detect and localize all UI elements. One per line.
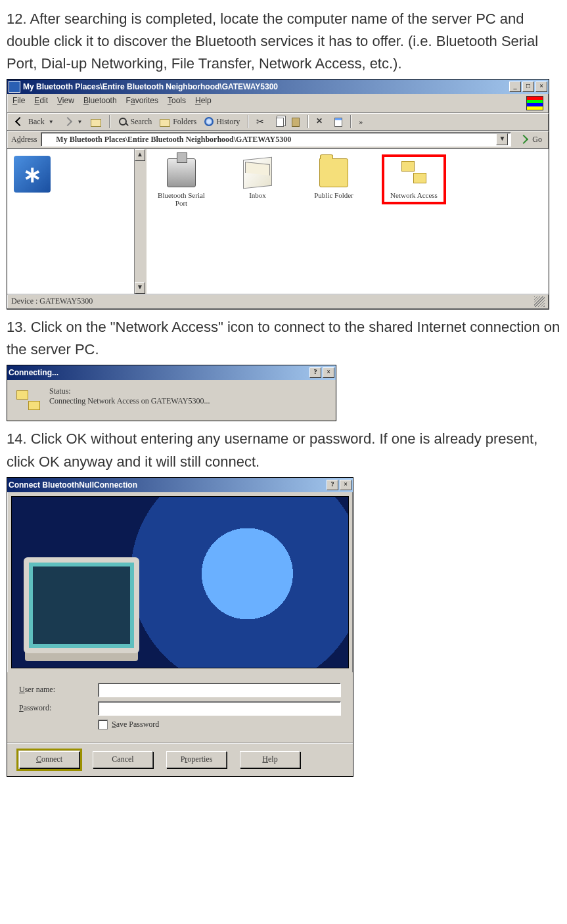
back-icon [15, 117, 24, 126]
scroll-up-button[interactable]: ▲ [135, 149, 145, 161]
minimize-button[interactable]: _ [509, 81, 521, 92]
paste-button[interactable] [289, 115, 302, 128]
menu-favorites[interactable]: Favorites [126, 96, 158, 110]
network-access-icon [400, 160, 428, 187]
item-network-access[interactable]: Network Access [382, 154, 446, 204]
up-button[interactable] [88, 116, 104, 128]
icon-area[interactable]: Bluetooth Serial Port Inbox Public Folde… [147, 149, 549, 294]
help-button[interactable]: ? [309, 367, 321, 378]
address-text: My Bluetooth Places\Entire Bluetooth Nei… [56, 135, 291, 145]
close-button[interactable]: × [323, 367, 334, 378]
menu-file[interactable]: File [12, 96, 25, 110]
history-icon [204, 117, 214, 126]
username-label: User name: [19, 685, 98, 695]
item-label: Bluetooth Serial Port [153, 191, 210, 207]
password-label: Password: [19, 703, 98, 713]
toolbar: Back▼ ▼ Search Folders History » [7, 113, 549, 131]
paste-icon [292, 118, 300, 127]
close-button[interactable]: × [340, 480, 352, 490]
menu-bluetooth[interactable]: Bluetooth [83, 96, 117, 110]
explorer-window: My Bluetooth Places\Entire Bluetooth Nei… [7, 79, 549, 310]
address-dropdown[interactable]: ▼ [496, 133, 508, 145]
connect-title: Connect BluetoothNullConnection [9, 480, 137, 490]
cut-button[interactable] [254, 115, 269, 128]
item-inbox[interactable]: Inbox [229, 158, 286, 199]
address-input[interactable]: My Bluetooth Places\Entire Bluetooth Nei… [41, 132, 511, 147]
menu-help[interactable]: Help [195, 96, 212, 110]
resize-grip[interactable] [534, 296, 545, 307]
instruction-step-14: 14. Click OK without entering any userna… [7, 428, 560, 473]
folder-icon [319, 158, 348, 187]
properties-icon [334, 118, 342, 127]
cancel-button[interactable]: Cancel [93, 751, 153, 768]
left-scrollbar[interactable]: ▲ ▼ [134, 149, 145, 294]
windows-logo-icon [526, 96, 543, 110]
connect-titlebar[interactable]: Connect BluetoothNullConnection ? × [7, 478, 353, 492]
dialog-artwork [11, 496, 349, 668]
search-icon [119, 118, 127, 126]
properties-button[interactable] [332, 115, 345, 128]
maximize-button[interactable]: □ [522, 81, 534, 92]
close-button[interactable]: × [535, 81, 547, 92]
serial-port-icon [167, 158, 196, 187]
network-icon [16, 390, 40, 410]
help-button[interactable]: ? [327, 480, 338, 490]
history-button[interactable]: History [202, 116, 242, 128]
folders-icon [160, 119, 170, 127]
connecting-dialog: Connecting... ? × Status: Connecting Net… [7, 365, 336, 421]
help-button[interactable]: Help [240, 751, 300, 768]
menu-tools[interactable]: Tools [168, 96, 186, 110]
monitor-graphic [24, 557, 139, 653]
copy-icon [276, 118, 284, 127]
address-bar: Address My Bluetooth Places\Entire Bluet… [7, 131, 549, 149]
menu-edit[interactable]: Edit [34, 96, 48, 110]
go-button[interactable]: Go [515, 132, 545, 147]
address-label: Address [11, 135, 37, 145]
connect-dialog: Connect BluetoothNullConnection ? × User… [7, 477, 353, 777]
window-icon [9, 81, 20, 93]
connecting-title: Connecting... [9, 368, 58, 377]
dialog-buttons: Connect Cancel Properties Help [7, 743, 353, 776]
status-text: Device : GATEWAY5300 [11, 296, 93, 307]
search-button[interactable]: Search [115, 115, 155, 128]
copy-button[interactable] [272, 115, 286, 128]
cut-icon [256, 116, 267, 127]
menu-bar: File Edit View Bluetooth Favorites Tools… [7, 94, 549, 113]
password-input[interactable] [98, 701, 341, 716]
delete-button[interactable] [313, 115, 329, 128]
instruction-step-12: 12. After searching is completed, locate… [7, 8, 560, 75]
go-icon [519, 135, 528, 144]
left-pane: ∗ ▲ ▼ [7, 149, 147, 294]
save-password-label: Save Password [112, 720, 159, 729]
back-button[interactable]: Back▼ [11, 114, 57, 129]
address-icon [44, 135, 53, 144]
status-message: Connecting Network Access on GATEWAY5300… [49, 396, 210, 406]
toolbar-overflow[interactable]: » [356, 116, 365, 128]
status-label: Status: [49, 386, 210, 396]
credentials-form: User name: Password: Save Password [7, 672, 353, 743]
save-password-checkbox[interactable] [98, 720, 108, 729]
explorer-titlebar[interactable]: My Bluetooth Places\Entire Bluetooth Nei… [7, 80, 549, 94]
item-label: Public Folder [306, 191, 362, 199]
forward-button[interactable]: ▼ [59, 114, 85, 129]
item-public-folder[interactable]: Public Folder [306, 158, 362, 199]
item-label: Inbox [229, 191, 286, 199]
connecting-titlebar[interactable]: Connecting... ? × [7, 365, 336, 380]
item-bluetooth-serial-port[interactable]: Bluetooth Serial Port [153, 158, 210, 207]
menu-view[interactable]: View [57, 96, 74, 110]
forward-icon [63, 117, 72, 126]
status-bar: Device : GATEWAY5300 [7, 294, 549, 309]
properties-button[interactable]: Properties [166, 751, 227, 768]
connect-button[interactable]: Connect [19, 751, 79, 768]
window-title: My Bluetooth Places\Entire Bluetooth Nei… [23, 82, 278, 91]
scroll-down-button[interactable]: ▼ [135, 282, 145, 294]
instruction-step-13: 13. Click on the "Network Access" icon t… [7, 316, 560, 361]
bluetooth-icon: ∗ [14, 156, 51, 193]
inbox-icon [243, 157, 272, 189]
item-label: Network Access [386, 191, 442, 199]
up-folder-icon [91, 119, 101, 127]
username-input[interactable] [98, 683, 341, 697]
delete-icon [316, 116, 327, 127]
content-area: ∗ ▲ ▼ Bluetooth Serial Port Inbox Public… [7, 149, 549, 294]
folders-button[interactable]: Folders [157, 116, 199, 128]
